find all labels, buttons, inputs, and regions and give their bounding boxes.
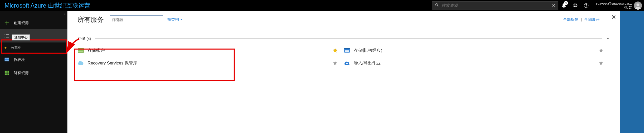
sidebar-item-label: 创建资源: [14, 20, 29, 25]
separator: |: [581, 17, 582, 21]
svg-rect-10: [5, 58, 7, 59]
svg-rect-12: [5, 60, 9, 61]
top-icon-bar: 1: [558, 0, 592, 11]
sidebar-item-create-resource[interactable]: 创建资源: [0, 16, 67, 29]
svg-rect-23: [78, 48, 84, 49]
filter-input[interactable]: [110, 15, 163, 24]
close-blade-button[interactable]: ✕: [611, 14, 616, 21]
svg-rect-14: [6, 71, 8, 72]
svg-rect-19: [5, 74, 6, 75]
plus-icon: [4, 20, 10, 26]
favorite-star-toggle[interactable]: [599, 60, 604, 65]
settings-button[interactable]: [569, 0, 581, 11]
right-strip: [620, 11, 644, 133]
svg-rect-11: [7, 58, 9, 59]
user-email: suavesu@suavesu.par...: [596, 2, 632, 6]
collapse-all-link[interactable]: 全部折叠: [563, 17, 578, 21]
sidebar-item-label: 所有资源: [14, 71, 29, 75]
svg-rect-21: [8, 74, 9, 75]
account-menu[interactable]: suavesu@suavesu.par... 锐.苏: [592, 0, 644, 11]
service-grid: 存储帐户存储帐户(经典)Recovery Services 保管库导入/导出作业: [67, 42, 620, 71]
chevron-down-icon: [180, 18, 183, 21]
clear-search-icon[interactable]: ✕: [552, 3, 556, 8]
notifications-button[interactable]: 1: [558, 0, 569, 11]
blade-title: 所有服务: [78, 15, 104, 24]
sidebar-item-all-services[interactable]: 所有服务: [0, 29, 67, 42]
svg-rect-27: [345, 50, 349, 51]
all-services-blade: ✕ 所有服务 按类别 全部折叠 | 全部展开 存储 (4): [67, 11, 620, 133]
svg-rect-6: [6, 36, 9, 36]
favorite-star-toggle[interactable]: [599, 48, 604, 53]
global-search[interactable]: ✕: [432, 1, 558, 10]
recovery-services-vault-icon: [78, 60, 84, 66]
svg-rect-4: [6, 34, 9, 35]
svg-rect-26: [344, 48, 350, 49]
category-name: 存储: [78, 36, 85, 41]
sidebar: « 创建资源 通知中心 所有服务 ★ 收藏夹 仪表板: [0, 11, 67, 133]
chevron-up-icon: [606, 36, 610, 40]
sidebar-section-label: 收藏夹: [11, 46, 21, 50]
star-icon: ★: [4, 46, 8, 50]
svg-rect-13: [5, 71, 6, 72]
service-item[interactable]: 存储帐户: [78, 44, 344, 57]
svg-rect-15: [8, 71, 9, 72]
service-label: 导入/导出作业: [354, 60, 599, 66]
dashboard-icon: [4, 57, 10, 62]
svg-rect-18: [8, 72, 9, 74]
service-item[interactable]: 导入/导出作业: [344, 57, 610, 69]
service-label: 存储帐户: [88, 48, 333, 53]
svg-rect-8: [6, 37, 9, 38]
global-search-input[interactable]: [439, 3, 552, 8]
svg-point-3: [5, 34, 5, 35]
sidebar-favorites-header: ★ 收藏夹: [0, 42, 67, 53]
app-body: « 创建资源 通知中心 所有服务 ★ 收藏夹 仪表板: [0, 11, 644, 133]
grid-icon: [4, 70, 10, 76]
user-info: suavesu@suavesu.par... 锐.苏: [596, 2, 632, 9]
user-display-name: 锐.苏: [596, 6, 632, 10]
svg-rect-28: [345, 51, 349, 52]
notification-badge: 1: [564, 1, 568, 5]
blade-actions: 全部折叠 | 全部展开: [563, 17, 600, 22]
avatar: [634, 2, 642, 10]
search-icon: [435, 3, 439, 8]
top-header: Microsoft Azure 由世纪互联运营 ✕ 1 suavesu@suav…: [0, 0, 644, 11]
notification-center-tooltip: 通知中心: [12, 34, 30, 40]
service-label: 存储帐户(经典): [354, 48, 599, 53]
svg-point-1: [586, 6, 587, 7]
import-export-job-icon: [344, 60, 350, 66]
svg-point-2: [636, 4, 639, 7]
list-icon: [4, 33, 10, 39]
sidebar-collapse-toggle[interactable]: «: [0, 11, 67, 16]
sidebar-item-label: 仪表板: [14, 57, 25, 62]
expand-all-link[interactable]: 全部展开: [584, 17, 600, 21]
help-button[interactable]: [581, 0, 592, 11]
category-count: (4): [87, 37, 91, 41]
service-item[interactable]: 存储帐户(经典): [344, 44, 610, 57]
service-item[interactable]: Recovery Services 保管库: [78, 57, 344, 69]
favorite-star-toggle[interactable]: [333, 48, 338, 53]
brand-title[interactable]: Microsoft Azure 由世纪互联运营: [0, 2, 95, 10]
svg-rect-20: [6, 74, 8, 75]
collapse-category-button[interactable]: [606, 36, 610, 41]
svg-rect-24: [78, 50, 84, 51]
svg-point-5: [5, 36, 5, 36]
svg-rect-17: [6, 72, 8, 74]
category-header-storage: 存储 (4): [67, 26, 620, 42]
storage-account-icon: [78, 47, 84, 54]
service-label: Recovery Services 保管库: [88, 60, 333, 66]
dropdown-label: 按类别: [167, 17, 179, 22]
blade-header: 所有服务 按类别 全部折叠 | 全部展开: [67, 11, 620, 26]
svg-point-7: [5, 37, 5, 38]
svg-rect-16: [5, 72, 6, 74]
storage-account-classic-icon: [344, 47, 350, 54]
sort-by-category-dropdown[interactable]: 按类别: [167, 17, 183, 22]
sidebar-item-dashboard[interactable]: 仪表板: [0, 53, 67, 66]
divider: [95, 38, 602, 39]
sidebar-item-all-resources[interactable]: 所有资源: [0, 66, 67, 79]
favorite-star-toggle[interactable]: [333, 60, 338, 65]
